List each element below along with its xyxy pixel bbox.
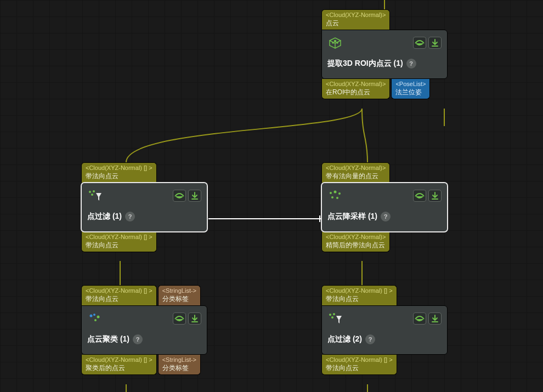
node-title: 点过滤 (1) [87,212,122,221]
port-label: 分类标签 [162,295,196,303]
svg-point-2 [335,40,336,42]
port-type-label: <Cloud(XYZ-Normal) [] > [86,287,152,295]
node-extract-3d-roi[interactable]: <Cloud(XYZ-Normal)> 点云 提取3D ROI内点云 (1) ?… [321,9,448,99]
download-icon[interactable] [428,190,442,202]
port-type-label: <StringList-> [162,356,196,364]
port-label: 带有法向量的点云 [326,172,386,180]
input-port-cloud[interactable]: <Cloud(XYZ-Normal)> 带有法向量的点云 [321,162,390,183]
node-title: 点云聚类 (1) [87,334,129,344]
visibility-toggle-icon[interactable] [173,313,186,325]
output-port-cloud[interactable]: <Cloud(XYZ-Normal) [] > 带法向点云 [81,232,157,252]
visibility-toggle-icon[interactable] [173,190,186,202]
node-cluster[interactable]: <Cloud(XYZ-Normal) [] > 带法向点云 <StringLis… [81,285,207,375]
port-label: 分类标签 [162,364,196,372]
svg-point-3 [332,42,333,43]
port-type-label: <Cloud(XYZ-Normal) [] > [86,234,152,241]
download-icon[interactable] [428,313,442,325]
help-icon[interactable]: ? [406,59,416,69]
svg-point-9 [334,190,337,193]
node-title: 点云降采样 (1) [327,212,377,221]
output-port-roi-cloud[interactable]: <Cloud(XYZ-Normal)> 在ROI中的点云 [321,79,390,99]
svg-point-13 [90,314,93,317]
points-icon [327,189,343,203]
filter-icon [87,189,103,203]
cube-icon [327,36,343,50]
input-port-stringlist[interactable]: <StringList-> 分类标签 [158,285,201,305]
port-label: 点云 [326,19,386,27]
port-label: 在ROI中的点云 [326,88,386,96]
cluster-icon [87,311,103,326]
port-type-label: <StringList-> [162,287,196,295]
svg-point-7 [91,194,93,196]
svg-point-4 [337,42,338,43]
filter-icon [327,311,343,326]
port-type-label: <Cloud(XYZ-Normal)> [326,164,386,172]
node-title: 点过滤 (2) [327,334,362,344]
svg-point-6 [93,190,95,192]
port-label: 带法向点云 [86,295,152,303]
output-port-cloud[interactable]: <Cloud(XYZ-Normal) [] > 带法向点云 [321,355,397,375]
help-icon[interactable]: ? [381,212,391,221]
node-point-filter-2[interactable]: <Cloud(XYZ-Normal) [] > 带法向点云 点过滤 (2) ? … [321,285,448,375]
svg-point-15 [97,315,100,318]
port-label: 带法向点云 [86,241,152,249]
svg-point-14 [93,314,95,316]
svg-point-18 [333,313,335,315]
svg-point-5 [89,191,91,193]
port-type-label: <Cloud(XYZ-Normal) [] > [86,164,152,172]
visibility-toggle-icon[interactable] [413,190,426,202]
output-port-clustered[interactable]: <Cloud(XYZ-Normal) [] > 聚类后的点云 [81,355,157,375]
port-label: 聚类后的点云 [86,364,152,372]
port-type-label: <Cloud(XYZ-Normal)> [326,234,386,241]
port-type-label: <Cloud(XYZ-Normal) [] > [86,356,152,364]
input-port-cloud[interactable]: <Cloud(XYZ-Normal) [] > 带法向点云 [321,285,397,305]
help-icon[interactable]: ? [133,334,143,344]
port-label: 法兰位姿 [395,88,426,96]
port-type-label: <Cloud(XYZ-Normal)> [326,12,386,19]
svg-point-12 [336,197,338,199]
visibility-toggle-icon[interactable] [413,313,426,325]
port-label: 带法向点云 [326,295,393,303]
port-label: 带法向点云 [326,364,393,372]
svg-point-8 [330,192,332,194]
input-port-cloud[interactable]: <Cloud(XYZ-Normal) [] > 带法向点云 [81,285,157,305]
svg-point-17 [329,314,331,316]
output-port-cloud[interactable]: <Cloud(XYZ-Normal)> 精简后的带法向点云 [321,232,390,252]
node-title: 提取3D ROI内点云 (1) [327,59,403,69]
download-icon[interactable] [428,37,442,49]
download-icon[interactable] [188,313,201,325]
svg-point-10 [338,192,341,195]
output-port-poselist[interactable]: <PoseList> 法兰位姿 [391,79,430,99]
download-icon[interactable] [188,190,201,202]
help-icon[interactable]: ? [365,334,375,344]
output-port-stringlist[interactable]: <StringList-> 分类标签 [158,355,201,375]
input-port-cloud[interactable]: <Cloud(XYZ-Normal)> 点云 [321,9,390,30]
port-type-label: <PoseList> [395,81,426,88]
help-icon[interactable]: ? [125,212,135,221]
port-label: 精简后的带法向点云 [326,241,386,249]
node-point-filter-1[interactable]: <Cloud(XYZ-Normal) [] > 带法向点云 点过滤 (1) ? … [81,162,207,252]
input-port-cloud[interactable]: <Cloud(XYZ-Normal) [] > 带法向点云 [81,162,157,183]
port-type-label: <Cloud(XYZ-Normal) [] > [326,356,393,364]
visibility-toggle-icon[interactable] [413,37,426,49]
port-type-label: <Cloud(XYZ-Normal) [] > [326,287,393,295]
port-label: 带法向点云 [86,172,152,180]
svg-point-11 [331,196,333,198]
port-type-label: <Cloud(XYZ-Normal)> [326,81,386,88]
node-downsample[interactable]: <Cloud(XYZ-Normal)> 带有法向量的点云 点云降采样 (1) ?… [321,162,448,252]
svg-point-19 [331,316,333,319]
svg-point-16 [94,319,97,321]
